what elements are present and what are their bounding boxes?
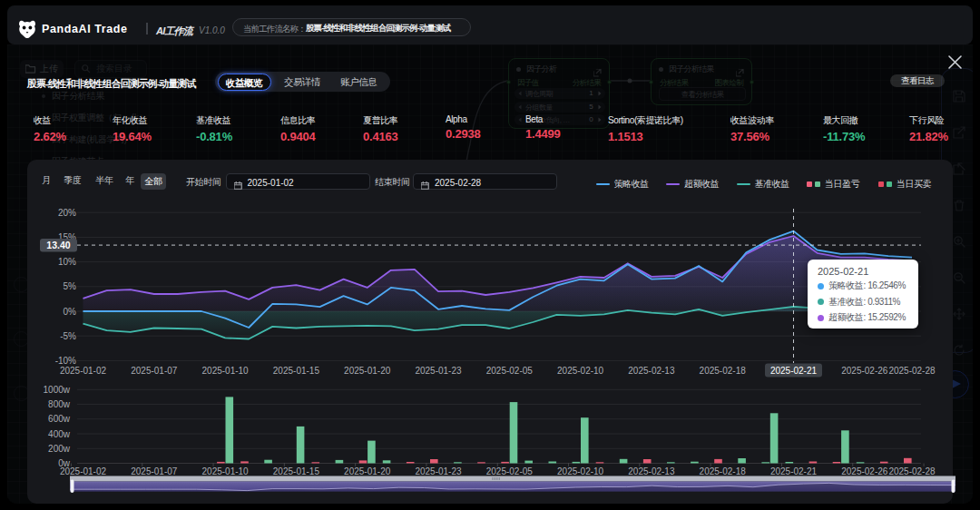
end-date-label: 结束时间: [375, 176, 409, 189]
metric-value: 0.2938: [446, 127, 481, 141]
metric-label: 下行风险: [909, 114, 948, 127]
metric-item: Sortino(索提诺比率)1.1513: [608, 114, 683, 143]
legend-当日买卖[interactable]: 当日买卖: [878, 178, 932, 191]
metric-label: 收益: [34, 114, 66, 127]
metric-item: 收益2.62%: [34, 114, 66, 143]
start-date-label: 开始时间: [186, 176, 220, 189]
legend-当日盈亏[interactable]: 当日盈亏: [807, 178, 860, 191]
metric-label: 信息比率: [280, 114, 316, 127]
metric-item: Beta1.4499: [525, 114, 561, 141]
legend-square-swatch: [887, 181, 893, 188]
metric-value: 0.4163: [363, 130, 398, 143]
end-date-value: 2025-02-28: [435, 178, 481, 188]
metric-value: 1.4499: [525, 127, 561, 141]
tooltip-date: 2025-02-21: [818, 266, 918, 277]
tooltip-series-text: 基准收益: 0.9311%: [828, 296, 900, 309]
start-date-input[interactable]: 2025-01-02: [226, 173, 370, 190]
metric-label: 夏普比率: [363, 114, 398, 127]
metric-label: Beta: [525, 114, 561, 124]
range-全部[interactable]: 全部: [141, 173, 166, 190]
metric-value: 19.64%: [113, 130, 152, 143]
metric-item: 下行风险21.82%: [909, 114, 948, 143]
metric-label: 收益波动率: [730, 114, 774, 127]
metric-item: Alpha0.2938: [446, 114, 481, 141]
range-季度[interactable]: 季度: [54, 174, 91, 187]
metric-item: 最大回撤-11.73%: [823, 114, 865, 143]
legend-line-swatch: [666, 183, 680, 186]
legend-square-swatch: [815, 181, 821, 188]
legend-超额收益[interactable]: 超额收益: [666, 178, 719, 191]
legend-label: 超额收益: [684, 178, 719, 191]
backtest-title: 股票-线性和非线性组合回测示例-动量测试: [27, 77, 195, 91]
legend-label: 当日买卖: [897, 178, 931, 191]
metric-label: 最大回撤: [823, 114, 865, 127]
legend-line-swatch: [737, 183, 750, 186]
legend-基准收益[interactable]: 基准收益: [737, 178, 789, 191]
metric-item: 信息比率0.9404: [280, 114, 316, 143]
tooltip-series-text: 策略收益: 16.2546%: [828, 280, 906, 292]
metric-value: 2.62%: [34, 130, 66, 143]
start-date-value: 2025-01-02: [248, 178, 294, 188]
calendar-icon: [234, 178, 243, 194]
legend-label: 基准收益: [755, 178, 789, 191]
legend-label: 当日盈亏: [825, 178, 859, 191]
view-log-button[interactable]: 查看日志: [890, 74, 945, 87]
metric-label: 基准收益: [196, 114, 232, 127]
close-icon[interactable]: [947, 54, 963, 70]
tooltip-series-text: 超额收益: 15.2592%: [828, 311, 906, 324]
metric-item: 基准收益-0.81%: [196, 114, 232, 143]
metric-label: Sortino(索提诺比率): [608, 114, 683, 127]
chart-tooltip: 2025-02-21 策略收益: 16.2546%基准收益: 0.9311%超额…: [808, 260, 918, 329]
legend-square-swatch: [878, 181, 885, 188]
metric-value: 1.1513: [608, 130, 683, 143]
legend-label: 策略收益: [614, 178, 649, 191]
tooltip-row: 超额收益: 15.2592%: [818, 311, 918, 324]
tooltip-series-dot: [818, 315, 824, 321]
tooltip-series-dot: [818, 283, 824, 289]
metric-value: 21.82%: [909, 130, 948, 143]
metric-item: 夏普比率0.4163: [363, 114, 398, 143]
legend-策略收益[interactable]: 策略收益: [596, 178, 649, 191]
tooltip-series-dot: [818, 299, 824, 305]
metric-label: 年化收益: [113, 114, 152, 127]
metric-value: -0.81%: [196, 130, 232, 143]
tooltip-row: 策略收益: 16.2546%: [818, 280, 918, 292]
tab-账户信息[interactable]: 账户信息: [333, 72, 384, 92]
metric-item: 年化收益19.64%: [113, 114, 152, 143]
tab-收益概览[interactable]: 收益概览: [218, 74, 271, 91]
metric-value: -11.73%: [823, 130, 865, 143]
metric-value: 0.9404: [280, 130, 316, 143]
metric-label: Alpha: [446, 114, 481, 124]
backtest-result-modal: 股票-线性和非线性组合回测示例-动量测试 收益概览交易详情账户信息 查看日志 收…: [0, 0, 980, 510]
legend-square-swatch: [807, 181, 813, 188]
chart-panel: [27, 160, 953, 504]
metric-value: 37.56%: [730, 130, 774, 143]
calendar-icon: [421, 178, 430, 194]
result-tabbar: 收益概览交易详情账户信息: [215, 72, 390, 92]
legend-line-swatch: [596, 183, 610, 186]
metric-item: 收益波动率37.56%: [730, 114, 774, 143]
end-date-input[interactable]: 2025-02-28: [413, 173, 557, 190]
tab-交易详情[interactable]: 交易详情: [277, 72, 328, 92]
app-window: PandaAI Trade AI工作流 V1.0.0 当前工作流名称： 股票-线…: [0, 0, 980, 510]
tooltip-row: 基准收益: 0.9311%: [818, 296, 918, 309]
